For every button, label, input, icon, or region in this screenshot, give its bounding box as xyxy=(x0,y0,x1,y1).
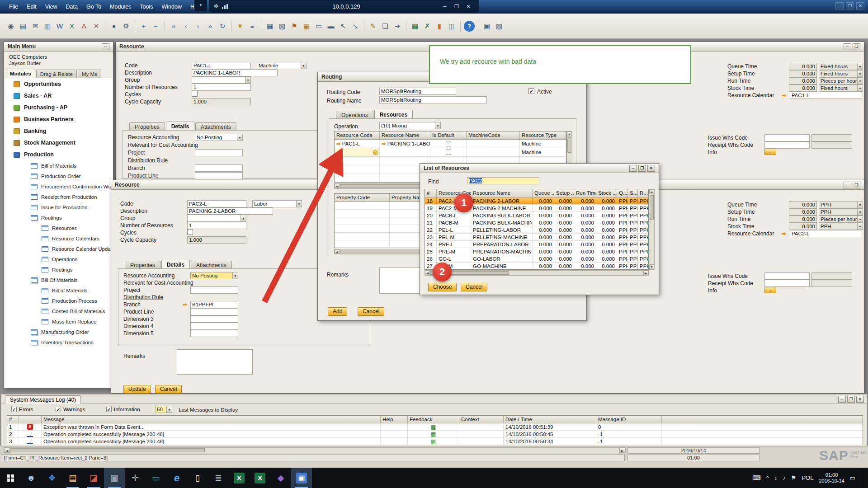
scroll-thumb[interactable] xyxy=(567,137,571,153)
excel-remove-icon[interactable]: ✗ xyxy=(422,21,433,32)
menu-tools[interactable]: Tools xyxy=(140,4,153,10)
dimension-4-field[interactable] xyxy=(190,323,238,330)
help-cell[interactable] xyxy=(381,423,408,430)
warnings-checkbox[interactable]: ✓ xyxy=(56,407,61,412)
tab-properties[interactable]: Properties xyxy=(125,261,160,269)
chevron-down-icon[interactable]: ▼ xyxy=(857,216,863,223)
taskbar-sap-business-one-icon[interactable]: ▣ xyxy=(104,468,125,488)
link-arrow-icon[interactable]: ➡ xyxy=(782,230,786,237)
cycles-checkbox[interactable] xyxy=(187,229,193,235)
scroll-left-icon[interactable]: ◀ xyxy=(425,271,430,275)
empty-cell[interactable] xyxy=(335,217,390,225)
tab-attachments[interactable]: Attachments xyxy=(195,122,236,131)
resource-list-row[interactable]: 27GO-MGO-MACHINE0.0000.0000.0000.000PPHP… xyxy=(425,263,648,270)
column-header-q[interactable]: Q... xyxy=(617,189,628,197)
help-icon[interactable]: ? xyxy=(464,21,475,32)
taskbar-excel-icon[interactable]: X xyxy=(229,468,250,488)
sidebar-module-business-partners[interactable]: Business Partners xyxy=(5,113,113,125)
empty-cell[interactable] xyxy=(335,202,390,209)
menu-window[interactable]: Window xyxy=(162,4,182,10)
receipt-whs-field[interactable] xyxy=(764,280,810,287)
resource-list-row[interactable]: 25PRE-MPREPARATION-MACHIN0.0000.0000.000… xyxy=(425,248,648,255)
pivot-icon[interactable]: ◫ xyxy=(446,21,457,32)
message-row[interactable]: 1✗Exception was thrown in Form Data Even… xyxy=(7,423,863,431)
product-line-field[interactable] xyxy=(190,308,238,315)
resource-code-cell[interactable]: ➡PAC1-L xyxy=(335,140,380,148)
run-time-unit-combo[interactable]: Pieces per hour▼ xyxy=(819,216,863,223)
description-field[interactable]: PACKING 2-LABOR xyxy=(187,207,273,215)
delete-icon[interactable]: ✕ xyxy=(91,21,102,32)
scroll-up-icon[interactable]: ▲ xyxy=(567,131,572,136)
column-header-context[interactable]: Context xyxy=(459,416,504,423)
is-default-cell[interactable] xyxy=(430,148,467,156)
menu-data[interactable]: Data xyxy=(66,4,78,10)
remarks-box[interactable] xyxy=(177,349,253,375)
default-checkbox[interactable] xyxy=(446,150,451,155)
column-header-date-time[interactable]: Date / Time xyxy=(504,416,596,423)
message-row[interactable]: 2↓Operation completed successfully [Mess… xyxy=(7,431,863,438)
scroll-thumb[interactable] xyxy=(340,250,421,253)
chevron-down-icon[interactable]: ▼ xyxy=(296,200,302,207)
sidebar-module-stock-management[interactable]: Stock Management xyxy=(5,137,113,149)
chevron-down-icon[interactable]: ▼ xyxy=(245,76,251,84)
sort-icon[interactable]: ≡ xyxy=(247,21,258,32)
column-header-resource-code[interactable]: Resource Code xyxy=(335,131,380,139)
taskbar-excel-2-icon[interactable]: X xyxy=(250,468,270,488)
resource-type-cell[interactable]: Machine xyxy=(520,140,566,148)
issue-whs-field-2[interactable] xyxy=(811,272,852,280)
tab-attachments[interactable]: Attachments xyxy=(191,261,232,269)
sidebar-item-resource-calendar-updates[interactable]: Resource Calendar Updates xyxy=(5,244,113,254)
start-button[interactable] xyxy=(0,468,21,488)
link-arrow-icon[interactable]: ➡ xyxy=(382,141,386,147)
export-pdf-icon[interactable]: A xyxy=(79,21,90,32)
taskbar-device-manager-icon[interactable]: ≣ xyxy=(208,468,229,488)
resource-calendar-field[interactable]: PAC2-L xyxy=(790,230,862,237)
tab-details[interactable]: Details xyxy=(166,122,194,131)
alert-icon[interactable]: ⚑ xyxy=(289,21,300,32)
resource-list-row[interactable]: 20PACB-LPACKING BULK-LABOR0.0000.0000.00… xyxy=(425,212,648,219)
scroll-left-icon[interactable]: ◀ xyxy=(335,249,340,254)
dimension-5-field[interactable] xyxy=(190,330,238,337)
issue-whs-field[interactable] xyxy=(764,134,810,141)
link-arrow-icon[interactable]: ➡ xyxy=(183,301,187,308)
info-more-button[interactable]: ... xyxy=(764,149,776,155)
form-settings-icon[interactable]: ⚙ xyxy=(121,21,132,32)
sidebar-module-sales-ar[interactable]: Sales - AR xyxy=(5,90,113,102)
sidebar-module-banking[interactable]: Banking xyxy=(5,125,113,137)
code-field[interactable]: PAC2-L xyxy=(187,200,246,207)
sidebar-item-production-order[interactable]: Production Order xyxy=(5,171,113,181)
sidebar-item-bill-of-materials[interactable]: Bill of Materials xyxy=(5,160,113,171)
calendar-icon[interactable]: ▦ xyxy=(301,21,312,32)
rdp-bar-collapse-tab[interactable]: ▼ xyxy=(194,0,207,11)
project-field[interactable] xyxy=(195,149,243,156)
sidebar-module-purchasing-ap[interactable]: Purchasing - AP xyxy=(5,102,113,113)
taskbar-communicator-icon[interactable]: ❖ xyxy=(42,468,62,488)
sidebar-item-bill-of-materials[interactable]: Bill Of Materials xyxy=(5,275,113,285)
column-header-empty[interactable] xyxy=(19,416,42,423)
rdp-restore-button[interactable]: ❐ xyxy=(451,2,462,11)
feedback-cell[interactable]: ▦ xyxy=(408,423,459,430)
column-header-x[interactable]: # xyxy=(425,189,437,197)
keyboard-icon[interactable]: ⌨ xyxy=(752,474,761,481)
sidebar-item-routings[interactable]: Routings xyxy=(5,264,113,275)
setup-time-value[interactable]: 0.000 xyxy=(789,208,817,216)
chevron-down-icon[interactable]: ▼ xyxy=(857,84,863,92)
language-indicator[interactable]: POL xyxy=(802,474,813,481)
scroll-thumb[interactable] xyxy=(340,184,421,188)
chevron-down-icon[interactable]: ▼ xyxy=(241,215,246,222)
scroll-left-icon[interactable]: ◀ xyxy=(4,448,10,453)
branch-field[interactable] xyxy=(195,164,243,172)
resource-code-cell[interactable] xyxy=(335,148,380,156)
run-time-unit-combo[interactable]: Pieces per hour▼ xyxy=(819,77,863,84)
description-field[interactable]: PACKING 1-LABOR xyxy=(192,69,278,76)
number-of-resources-field[interactable]: 1 xyxy=(192,84,251,91)
tab-resources[interactable]: Resources xyxy=(374,110,413,119)
notification-icon[interactable]: ▭ xyxy=(850,474,855,481)
show-desktop-button[interactable] xyxy=(862,468,863,488)
queue-time-value[interactable]: 0.000 xyxy=(789,63,817,70)
pin-icon[interactable]: ✜ xyxy=(214,3,218,9)
list-vscroll[interactable]: ▲▼ xyxy=(649,189,655,270)
group-combo[interactable]: ▼ xyxy=(192,76,251,84)
system-messages-tab[interactable]: System Messages Log (40) xyxy=(5,395,81,404)
chevron-down-icon[interactable]: ▼ xyxy=(857,77,863,84)
